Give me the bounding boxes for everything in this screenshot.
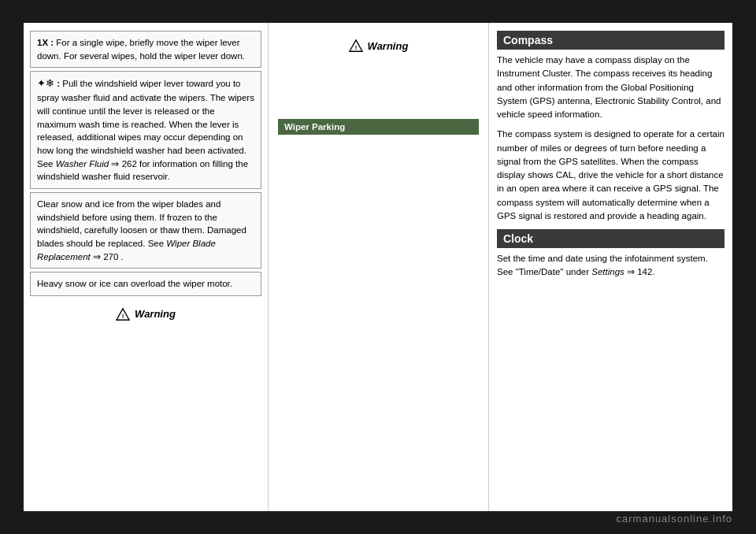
- watermark: carmanualsonline.info: [617, 513, 732, 525]
- wiper-1x-label: 1X :: [37, 38, 54, 47]
- left-column: 1X : For a single wipe, briefly move the…: [24, 23, 268, 511]
- clock-para1: Set the time and date using the infotain…: [497, 252, 724, 280]
- wiper-spray-text: Pull the windshield wiper lever toward y…: [37, 79, 254, 168]
- clock-text-after: .: [652, 267, 654, 276]
- compass-para2: The compass system is designed to operat…: [497, 128, 724, 223]
- middle-warning-section: ! Warning: [278, 31, 479, 56]
- wiper-blade-page: 270: [103, 252, 118, 261]
- svg-text:!: !: [122, 313, 124, 320]
- clock-arrow: ⇒: [624, 267, 637, 276]
- svg-text:!: !: [354, 44, 357, 51]
- clock-header-label: Clock: [503, 232, 533, 245]
- left-warning-section: ! Warning: [30, 299, 261, 326]
- wiper-snow-ice-box: Clear snow and ice from the wiper blades…: [30, 192, 261, 269]
- wiper-blade-text2: .: [121, 252, 124, 261]
- right-column: Compass The vehicle may have a compass d…: [488, 23, 732, 511]
- wiper-1x-text: For a single wipe, briefly move the wipe…: [37, 38, 245, 61]
- left-warning-label: Warning: [135, 308, 176, 320]
- middle-warning-label: Warning: [368, 40, 409, 52]
- warning-triangle-icon-left: !: [116, 307, 130, 321]
- washer-fluid-link: Washer Fluid: [56, 159, 109, 169]
- washer-fluid-arrow: ⇒: [111, 159, 121, 169]
- washer-fluid-page: 262: [122, 159, 137, 169]
- wiper-overload-text: Heavy snow or ice can overload the wiper…: [37, 279, 232, 288]
- wiper-spray-box: ✦❄ : Pull the windshield wiper lever tow…: [30, 71, 261, 189]
- compass-header-label: Compass: [503, 34, 553, 46]
- compass-para1: The vehicle may have a compass display o…: [497, 54, 724, 121]
- wiper-parking-bar: Wiper Parking: [278, 119, 479, 135]
- wiper-overload-box: Heavy snow or ice can overload the wiper…: [30, 272, 261, 296]
- clock-page-num: 142: [637, 267, 652, 276]
- clock-header: Clock: [497, 229, 724, 248]
- warning-triangle-icon-middle: !: [349, 39, 363, 53]
- compass-header: Compass: [497, 31, 724, 50]
- wiper-single-wipe-box: 1X : For a single wipe, briefly move the…: [30, 31, 261, 68]
- wiper-parking-label: Wiper Parking: [284, 122, 345, 132]
- middle-column: ! Warning Wiper Parking: [268, 23, 488, 511]
- wiper-spray-icon: ✦❄: [37, 77, 54, 89]
- wiper-blade-arrow: ⇒: [93, 252, 103, 261]
- clock-settings-link: Settings: [591, 267, 624, 276]
